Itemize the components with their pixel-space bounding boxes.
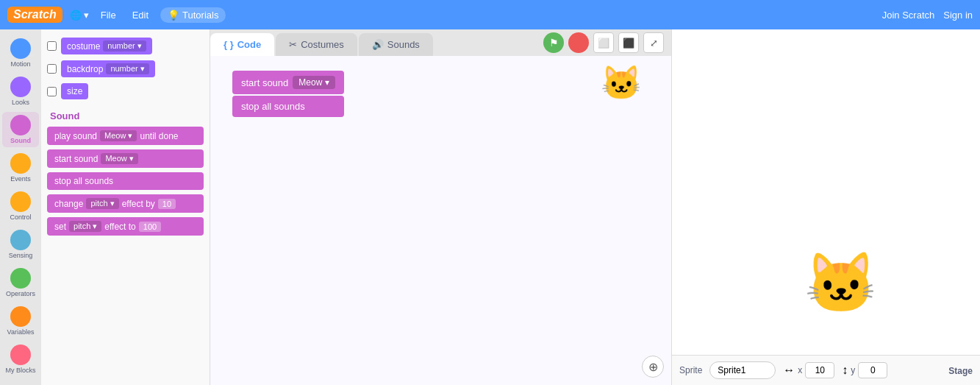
backdrop-block-text: backdrop [67, 64, 103, 74]
stop-all-sounds-block[interactable]: stop all sounds [47, 172, 204, 190]
view-fit-button[interactable]: ⬜ [593, 32, 614, 53]
script-start-sound-text: start sound [241, 77, 288, 88]
zoom-button[interactable]: ⊕ [642, 356, 664, 378]
backdrop-dropdown[interactable]: number ▾ [106, 63, 149, 74]
stop-all-sounds-text: stop all sounds [54, 176, 113, 186]
sidebar-item-variables[interactable]: Variables [2, 303, 39, 339]
control-label: Control [10, 213, 31, 221]
script-start-sound-dropdown[interactable]: Meow ▾ [293, 76, 335, 89]
tab-code[interactable]: { } Code [210, 33, 274, 56]
tab-sounds[interactable]: 🔊 Sounds [359, 33, 433, 56]
play-sound-block[interactable]: play sound Meow ▾ until done [47, 127, 204, 145]
view-full-button[interactable]: ⤢ [643, 32, 664, 53]
sign-in-link[interactable]: Sign in [943, 10, 973, 21]
cat-sprite-main: 🐱 [804, 249, 878, 318]
script-area: start sound Meow ▾ stop all sounds 🐱 ⊕ [210, 56, 671, 385]
backdrop-checkbox[interactable] [47, 64, 57, 74]
operators-circle [10, 268, 31, 289]
scratch-logo: Scratch [7, 7, 62, 23]
globe-icon: 🌐 [70, 10, 82, 21]
y-coord-input[interactable] [858, 362, 887, 378]
stage-canvas: 🐱 [672, 29, 980, 356]
sidebar-item-control[interactable]: Control [2, 188, 39, 224]
set-pitch-dropdown[interactable]: pitch ▾ [69, 221, 101, 232]
myblocks-circle [10, 345, 31, 365]
costume-block[interactable]: costume number ▾ [61, 38, 152, 54]
edit-menu[interactable]: Edit [128, 8, 153, 22]
x-coord-label: x [798, 365, 802, 375]
x-coord-group: ↔ x [783, 362, 834, 378]
x-coord-input[interactable] [805, 362, 834, 378]
size-block-row: size [47, 81, 204, 102]
top-nav: Scratch 🌐 ▾ File Edit 💡 Tutorials Join S… [0, 0, 980, 29]
size-block[interactable]: size [61, 83, 88, 99]
arrows-icon: ↔ [783, 364, 795, 377]
start-sound-block[interactable]: start sound Meow ▾ [47, 149, 204, 168]
file-menu[interactable]: File [96, 8, 121, 22]
play-sound-dropdown[interactable]: Meow ▾ [100, 130, 137, 141]
size-block-text: size [67, 86, 82, 96]
set-text: set [54, 222, 66, 232]
tab-area: { } Code ✂ Costumes 🔊 Sounds ⚑ [210, 29, 671, 385]
join-scratch-link[interactable]: Join Scratch [882, 10, 935, 21]
stage-bottom: Sprite ↔ x ↕ y Stage [672, 356, 980, 385]
pitch-dropdown[interactable]: pitch ▾ [86, 198, 118, 209]
sidebar-item-sensing[interactable]: Sensing [2, 227, 39, 262]
effect-by-text: effect by [122, 199, 155, 209]
sound-circle [10, 115, 31, 135]
globe-chevron: ▾ [84, 10, 89, 21]
size-checkbox[interactable] [47, 87, 57, 96]
sensing-circle [10, 230, 31, 250]
play-sound-text: play sound [54, 131, 97, 141]
nav-right: Join Scratch Sign in [882, 10, 973, 21]
sounds-tab-label: Sounds [387, 39, 420, 50]
split-icon: ⬛ [623, 38, 634, 49]
sidebar-item-operators[interactable]: Operators [2, 265, 39, 300]
script-stop-sounds-block[interactable]: stop all sounds [232, 96, 344, 117]
control-circle [10, 191, 31, 212]
sidebar-item-looks[interactable]: Looks [2, 74, 39, 109]
sounds-icon: 🔊 [372, 39, 384, 50]
operators-label: Operators [6, 290, 35, 297]
change-pitch-block[interactable]: change pitch ▾ effect by 10 [47, 194, 204, 213]
script-start-sound-block[interactable]: start sound Meow ▾ [232, 71, 344, 94]
sidebar-item-events[interactable]: Events [2, 150, 39, 186]
tutorials-label: Tutorials [182, 10, 218, 21]
myblocks-label: My Blocks [5, 367, 35, 374]
sound-section-title: Sound [47, 106, 204, 124]
blocks-panel: costume number ▾ backdrop number ▾ size … [41, 29, 210, 385]
y-coord-label: y [851, 365, 855, 375]
set-pitch-block[interactable]: set pitch ▾ effect to 100 [47, 217, 204, 236]
backdrop-block[interactable]: backdrop number ▾ [61, 60, 155, 77]
pitch-value[interactable]: 10 [158, 199, 176, 209]
sidebar-item-myblocks[interactable]: My Blocks [2, 342, 39, 377]
green-flag-button[interactable]: ⚑ [543, 32, 564, 53]
categories-sidebar: Motion Looks Sound Events Control Sensin… [0, 29, 41, 385]
globe-button[interactable]: 🌐 ▾ [70, 10, 89, 21]
sidebar-item-sound[interactable]: Sound [2, 112, 39, 147]
sprite-name-input[interactable] [709, 361, 776, 379]
events-label: Events [10, 175, 31, 183]
play-sound-suffix: until done [140, 131, 178, 141]
events-circle [10, 153, 31, 174]
stage-label-area: Stage [948, 365, 973, 376]
looks-circle [10, 77, 31, 97]
set-pitch-value[interactable]: 100 [139, 222, 161, 232]
start-sound-dropdown[interactable]: Meow ▾ [101, 153, 137, 164]
sound-label: Sound [10, 137, 31, 144]
variables-circle [10, 306, 31, 327]
view-split-button[interactable]: ⬛ [618, 32, 639, 53]
variables-label: Variables [7, 328, 35, 336]
costume-dropdown[interactable]: number ▾ [103, 40, 146, 52]
effect-to-text: effect to [104, 222, 135, 232]
flag-icon: ⚑ [549, 37, 559, 49]
tutorials-button[interactable]: 💡 Tutorials [160, 7, 226, 23]
lightbulb-icon: 💡 [168, 10, 179, 21]
tab-costumes[interactable]: ✂ Costumes [276, 33, 357, 56]
stop-button[interactable] [568, 32, 589, 53]
costume-checkbox[interactable] [47, 41, 57, 51]
stage-label: Stage [948, 366, 973, 376]
costumes-icon: ✂ [289, 39, 297, 50]
costumes-tab-label: Costumes [301, 39, 344, 50]
sidebar-item-motion[interactable]: Motion [2, 35, 39, 71]
